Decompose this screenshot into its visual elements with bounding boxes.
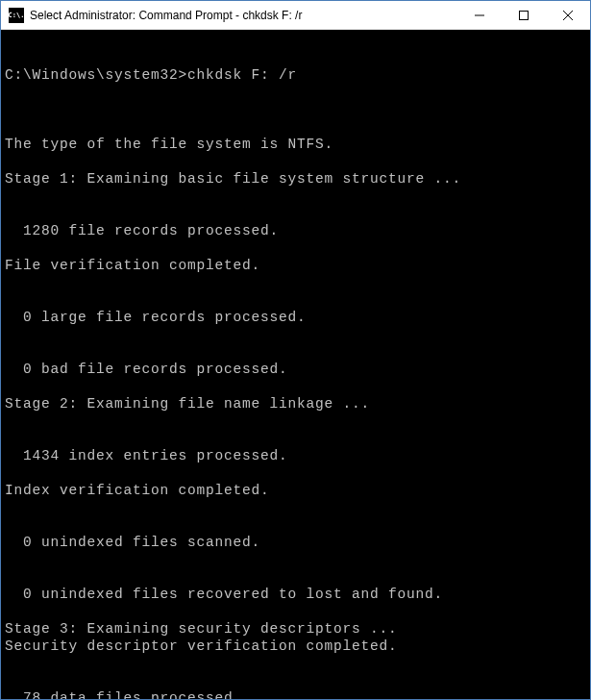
terminal-line xyxy=(5,188,586,205)
terminal-line xyxy=(5,568,586,586)
terminal-line: 0 unindexed files scanned. xyxy=(5,534,586,551)
terminal-line: Stage 2: Examining file name linkage ... xyxy=(5,395,586,412)
terminal-line xyxy=(5,672,586,689)
terminal-line xyxy=(5,430,586,447)
terminal-line xyxy=(5,343,586,361)
terminal-line: The type of the file system is NTFS. xyxy=(5,136,586,153)
window-controls xyxy=(457,1,590,29)
terminal-line xyxy=(5,239,586,257)
terminal-line: Index verification completed. xyxy=(5,482,586,499)
terminal-line xyxy=(5,655,586,672)
svg-rect-1 xyxy=(520,11,529,19)
terminal-line xyxy=(5,274,586,291)
terminal-line xyxy=(5,205,586,222)
terminal-line xyxy=(5,412,586,430)
terminal-line xyxy=(5,551,586,568)
minimize-button[interactable] xyxy=(457,1,502,29)
cmd-icon: C:\. xyxy=(9,8,24,23)
command-text: chkdsk F: /r xyxy=(187,67,297,83)
terminal-line xyxy=(5,378,586,395)
maximize-button[interactable] xyxy=(502,1,546,29)
window-title: Select Administrator: Command Prompt - c… xyxy=(30,9,457,22)
close-button[interactable] xyxy=(546,1,590,29)
terminal-line: 78 data files processed. xyxy=(5,689,586,699)
terminal-line: 0 large file records processed. xyxy=(5,309,586,326)
maximize-icon xyxy=(519,11,529,20)
terminal-lines: The type of the file system is NTFS.Stag… xyxy=(5,118,586,699)
terminal-line: Security descriptor verification complet… xyxy=(5,638,586,655)
terminal-line xyxy=(5,118,586,136)
terminal-line: File verification completed. xyxy=(5,257,586,274)
terminal-line xyxy=(5,153,586,170)
terminal-line xyxy=(5,291,586,309)
prompt-line: C:\Windows\system32>chkdsk F: /r xyxy=(5,66,586,84)
terminal-line xyxy=(5,326,586,343)
titlebar[interactable]: C:\. Select Administrator: Command Promp… xyxy=(1,1,590,30)
terminal-output[interactable]: C:\Windows\system32>chkdsk F: /r The typ… xyxy=(1,30,590,699)
close-icon xyxy=(563,11,573,20)
minimize-icon xyxy=(475,11,484,20)
terminal-line xyxy=(5,603,586,620)
terminal-line xyxy=(5,499,586,516)
terminal-line: 0 unindexed files recovered to lost and … xyxy=(5,586,586,603)
terminal-line: Stage 3: Examining security descriptors … xyxy=(5,620,586,638)
terminal-line: 0 bad file records processed. xyxy=(5,361,586,378)
terminal-line: 1434 index entries processed. xyxy=(5,447,586,464)
terminal-line: Stage 1: Examining basic file system str… xyxy=(5,170,586,188)
terminal-line xyxy=(5,464,586,482)
terminal-line: 1280 file records processed. xyxy=(5,222,586,239)
prompt-text: C:\Windows\system32> xyxy=(5,67,187,83)
terminal-line xyxy=(5,516,586,534)
